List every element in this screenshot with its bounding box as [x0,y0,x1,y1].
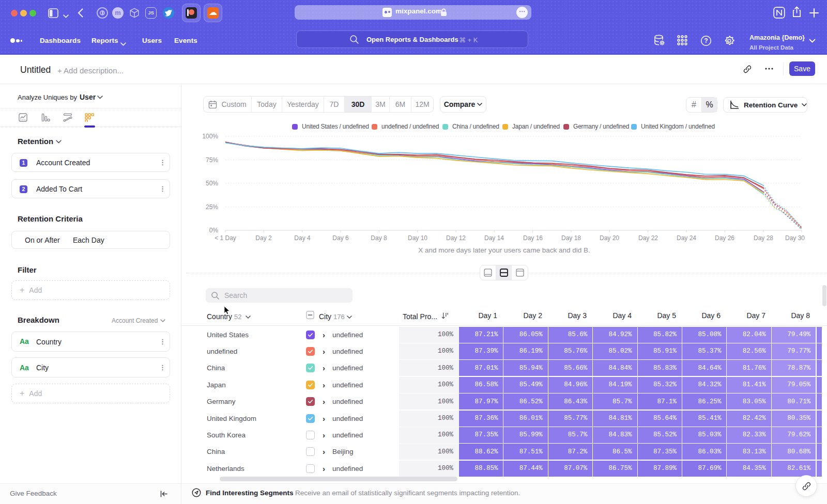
svg-text:100%: 100% [202,133,218,140]
svg-text:Day 18: Day 18 [561,234,581,242]
svg-text:Day 2: Day 2 [255,234,272,242]
svg-text:Day 4: Day 4 [294,234,311,242]
svg-text:< 1 Day: < 1 Day [215,234,236,242]
svg-text:Day 20: Day 20 [600,234,619,242]
svg-text:Day 30: Day 30 [785,234,805,242]
svg-text:0%: 0% [209,227,219,234]
svg-text:75%: 75% [206,156,218,164]
svg-text:Day 22: Day 22 [638,234,658,242]
svg-text:Day 14: Day 14 [484,234,504,242]
svg-text:Day 8: Day 8 [371,234,387,242]
svg-text:Day 28: Day 28 [754,234,773,242]
svg-text:Day 12: Day 12 [446,234,466,242]
svg-text:50%: 50% [206,180,218,187]
svg-text:Day 16: Day 16 [523,234,543,242]
svg-text:Day 6: Day 6 [332,234,349,242]
svg-text:25%: 25% [206,203,218,211]
svg-text:?: ? [704,37,708,44]
svg-text:Day 24: Day 24 [677,234,696,242]
svg-text:Day 10: Day 10 [408,234,427,242]
svg-text:Day 26: Day 26 [715,234,734,242]
